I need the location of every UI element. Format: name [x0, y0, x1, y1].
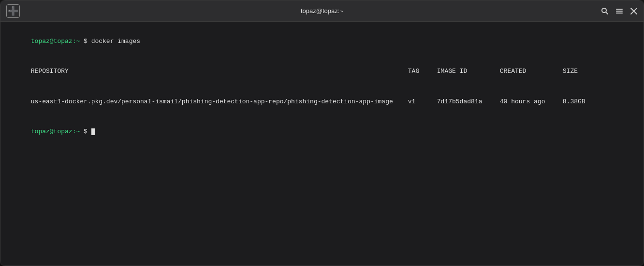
header-tag: TAG [408, 67, 437, 77]
row-image-id: 7d17b5dad81a [437, 97, 500, 107]
terminal-body[interactable]: topaz@topaz:~ $ docker images REPOSITORY… [0, 22, 644, 266]
row-repository: us-east1-docker.pkg.dev/personal-ismail/… [31, 97, 408, 107]
menu-button[interactable] [615, 7, 623, 15]
svg-line-1 [606, 12, 608, 14]
prompt2-symbol: $ [80, 128, 88, 135]
search-icon [601, 7, 609, 15]
prompt1: topaz@topaz:~ [31, 38, 80, 45]
window-title: topaz@topaz:~ [301, 7, 343, 14]
table-row: us-east1-docker.pkg.dev/personal-ismail/… [8, 87, 636, 117]
row-size: 8.38GB [563, 97, 585, 107]
table-header: REPOSITORYTAGIMAGE IDCREATEDSIZE [8, 56, 636, 86]
title-bar-left: ➕ [6, 4, 20, 18]
title-bar: ➕ topaz@topaz:~ [0, 0, 644, 22]
prompt-line2: topaz@topaz:~ $ [8, 117, 636, 147]
command1-text: $ docker images [80, 38, 140, 45]
header-image-id: IMAGE ID [437, 67, 500, 77]
title-bar-right [601, 7, 638, 15]
header-created: CREATED [500, 67, 563, 77]
close-icon [630, 7, 638, 15]
command-line: topaz@topaz:~ $ docker images [8, 27, 636, 56]
terminal-window: ➕ topaz@topaz:~ [0, 0, 644, 266]
cursor [91, 128, 95, 135]
header-repository: REPOSITORY [31, 67, 408, 77]
menu-icon [615, 7, 623, 15]
new-tab-button[interactable]: ➕ [6, 4, 20, 18]
search-button[interactable] [601, 7, 609, 15]
close-button[interactable] [630, 7, 638, 15]
row-tag: v1 [408, 97, 437, 107]
plus-icon: ➕ [8, 6, 18, 16]
prompt2: topaz@topaz:~ [31, 128, 80, 135]
header-size: SIZE [563, 67, 578, 77]
row-created: 40 hours ago [500, 97, 563, 107]
